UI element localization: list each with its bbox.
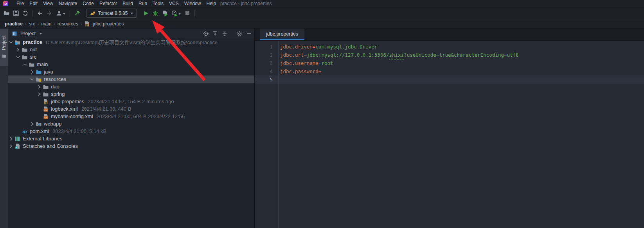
- editor-content[interactable]: 1jdbc.driver=com.mysql.jdbc.Driver2jdbc.…: [255, 41, 644, 228]
- code-with-me-icon: [56, 10, 62, 16]
- menu-file[interactable]: File: [14, 1, 27, 6]
- editor-line-4[interactable]: 4jdbc.password=: [255, 67, 644, 75]
- tool-window-stripe-project[interactable]: Project: [0, 29, 8, 66]
- chevron-right-icon[interactable]: [36, 91, 42, 97]
- menu-run[interactable]: Run: [136, 1, 150, 6]
- chevron-down-icon[interactable]: [29, 76, 35, 83]
- run-with-coverage-button[interactable]: [160, 9, 169, 18]
- chevron-down-icon[interactable]: [8, 39, 14, 45]
- tree-item-mybatis-config-xml[interactable]: <>mybatis-config.xml2023/4/4 21:00, 604 …: [8, 113, 254, 120]
- editor-tab-jdbc-properties[interactable]: jdbc.properties: [260, 29, 304, 40]
- locate-button[interactable]: [202, 30, 210, 38]
- window-title: practice - jdbc.properties: [220, 0, 272, 7]
- chevron-down-icon: [38, 31, 44, 37]
- stop-button[interactable]: [183, 9, 192, 18]
- ide-window: IJ FileEditViewNavigateCodeRefactorBuild…: [0, 0, 644, 228]
- menu-view[interactable]: View: [40, 1, 56, 6]
- toolbar-separator: [194, 10, 195, 16]
- tree-item-meta: C:\Users\Ning\Desktop\历史项目文件\ssm的学生实习管理系…: [46, 38, 218, 46]
- chevron-right-icon[interactable]: [15, 47, 21, 53]
- tree-item-main[interactable]: main: [8, 61, 254, 68]
- tree-item-scratches-and-consoles[interactable]: Scratches and Consoles: [8, 142, 254, 150]
- breadcrumb-separator: ›: [25, 22, 27, 26]
- tree-item-meta: 2023/4/4 21:00, 5.14 kB: [52, 128, 106, 134]
- editor-line-2[interactable]: 2jdbc.url=jdbc:mysql://127.0.0.1:3306/sh…: [255, 51, 644, 59]
- run-configuration-select[interactable]: Tomcat 8.5.85: [86, 9, 137, 18]
- chevron-right-icon[interactable]: [8, 136, 14, 142]
- tree-item-logback-xml[interactable]: <>logback.xml2023/4/4 21:00, 440 B: [8, 105, 254, 113]
- tree-item-label: jdbc.properties: [51, 99, 84, 104]
- menu-build[interactable]: Build: [120, 1, 136, 6]
- code-with-me-button[interactable]: [54, 9, 67, 18]
- chevron-right-icon[interactable]: [29, 121, 35, 127]
- chevron-right-icon[interactable]: [8, 143, 14, 149]
- editor-line-3[interactable]: 3jdbc.username=root: [255, 59, 644, 67]
- scratches-icon: [14, 143, 21, 149]
- project-view-icon: [11, 31, 18, 37]
- build-button[interactable]: [72, 9, 82, 18]
- tree-item-meta: 2023/4/21 14:57, 154 B 2 minutes ago: [88, 99, 174, 104]
- tree-item-dao[interactable]: dao: [8, 83, 254, 90]
- menu-window[interactable]: Window: [182, 1, 204, 6]
- tree-item-jdbc-properties[interactable]: jdbc.properties2023/4/21 14:57, 154 B 2 …: [8, 98, 254, 105]
- expand-all-button[interactable]: [211, 30, 219, 38]
- breadcrumb: practice›src›main›resources›jdbc.propert…: [0, 19, 644, 29]
- line-content: jdbc.username=root: [278, 60, 333, 66]
- tree-item-external-libraries[interactable]: External Libraries: [8, 135, 254, 142]
- back-icon: [37, 10, 43, 16]
- chevron-right-icon[interactable]: [36, 84, 42, 90]
- tree-item-label: practice: [23, 39, 42, 45]
- menu-refactor[interactable]: Refactor: [97, 1, 120, 6]
- settings-button[interactable]: [236, 30, 243, 38]
- folder-icon: [22, 54, 28, 60]
- breadcrumb-item-src[interactable]: src: [28, 21, 36, 27]
- build-icon: [74, 10, 80, 16]
- breadcrumb-item-jdbc-properties[interactable]: jdbc.properties: [92, 21, 124, 27]
- tree-item-spring[interactable]: spring: [8, 90, 254, 98]
- breadcrumb-item-main[interactable]: main: [40, 21, 52, 27]
- save-all-icon: [13, 10, 19, 16]
- tree-item-java[interactable]: java: [8, 68, 254, 75]
- breadcrumb-item-resources[interactable]: resources: [57, 21, 79, 27]
- menu-edit[interactable]: Edit: [27, 1, 40, 6]
- menu-code[interactable]: Code: [80, 1, 97, 6]
- collapse-all-button[interactable]: [221, 30, 228, 38]
- tree-item-label: webapp: [44, 121, 62, 127]
- chevron-right-icon[interactable]: [29, 69, 35, 75]
- run-button[interactable]: [141, 9, 151, 18]
- tree-item-meta: 2023/4/4 21:00, 440 B: [81, 106, 131, 112]
- editor-line-5[interactable]: 5: [255, 75, 644, 84]
- chevron-down-icon[interactable]: [22, 61, 28, 68]
- back-button[interactable]: [35, 9, 45, 18]
- menu-vcs[interactable]: VCS: [166, 1, 182, 6]
- breadcrumb-item-practice[interactable]: practice: [4, 21, 23, 27]
- tree-item-label: dao: [51, 84, 59, 90]
- tree-item-webapp[interactable]: webapp: [8, 120, 254, 127]
- save-all-button[interactable]: [11, 9, 21, 18]
- hide-button[interactable]: [245, 30, 253, 38]
- folder-icon: [22, 47, 28, 53]
- tree-item-practice[interactable]: practiceC:\Users\Ning\Desktop\历史项目文件\ssm…: [8, 38, 254, 46]
- debug-button[interactable]: [151, 9, 160, 18]
- tree-item-src[interactable]: src: [8, 53, 254, 61]
- tree-item-resources[interactable]: resources: [8, 75, 254, 83]
- tree-item-label: pom.xml: [30, 128, 49, 134]
- editor-tab-bar: jdbc.properties: [255, 29, 644, 41]
- menu-tools[interactable]: Tools: [150, 1, 166, 6]
- tool-window-stripe: Project: [0, 29, 8, 228]
- open-project-button[interactable]: [2, 9, 11, 18]
- profiler-button[interactable]: [169, 9, 183, 18]
- menu-navigate[interactable]: Navigate: [56, 1, 80, 6]
- synchronize-button[interactable]: [21, 9, 30, 18]
- menu-help[interactable]: Help: [203, 1, 219, 6]
- tree-item-pom-xml[interactable]: mpom.xml2023/4/4 21:00, 5.14 kB: [8, 127, 254, 135]
- forward-button[interactable]: [45, 9, 54, 18]
- tree-item-out[interactable]: out: [8, 46, 254, 53]
- chevron-down-icon[interactable]: [15, 54, 21, 60]
- maven-file-icon: m: [22, 128, 28, 135]
- hide-icon: [246, 31, 252, 37]
- project-panel-title[interactable]: Project: [20, 31, 36, 36]
- editor-line-1[interactable]: 1jdbc.driver=com.mysql.jdbc.Driver: [255, 43, 644, 51]
- folder-icon: [43, 84, 49, 90]
- tree-indent: [36, 113, 42, 120]
